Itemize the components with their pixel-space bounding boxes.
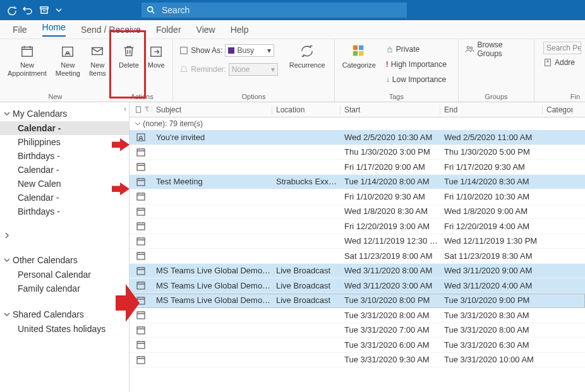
collapse-pane-icon[interactable]: ‹ bbox=[124, 105, 126, 112]
sidebar-item[interactable]: Calendar - bbox=[0, 191, 129, 205]
row-start: Fri 1/17/2020 9:00 AM bbox=[341, 162, 440, 172]
menu-file[interactable]: File bbox=[13, 25, 27, 35]
svg-rect-23 bbox=[137, 193, 145, 200]
recurrence-button[interactable]: Recurrence bbox=[286, 42, 329, 71]
ribbon-group-find-label: Fin bbox=[538, 93, 581, 102]
move-button[interactable]: Move bbox=[144, 42, 169, 71]
navhead-my-calendars[interactable]: My Calendars bbox=[0, 106, 129, 121]
list-row[interactable]: Thu 1/30/2020 3:00 PMThu 1/30/2020 5:00 … bbox=[130, 145, 585, 160]
lock-icon bbox=[386, 45, 394, 53]
row-end: Tue 3/31/2020 10:00 AM bbox=[440, 355, 543, 364]
browse-groups-button[interactable]: Browse Groups bbox=[462, 42, 530, 57]
title-bar bbox=[0, 0, 585, 20]
menu-home[interactable]: Home bbox=[42, 22, 66, 37]
archive-icon[interactable] bbox=[39, 5, 49, 15]
svg-rect-21 bbox=[137, 163, 145, 170]
row-end: Fri 1/10/2020 10:30 AM bbox=[440, 192, 543, 201]
list-row[interactable]: Test MeetingStrabucks Exxa To...Tue 1/14… bbox=[130, 175, 585, 190]
menu-help[interactable]: Help bbox=[231, 25, 249, 35]
list-row[interactable]: You're invitedWed 2/5/2020 10:30 AMWed 2… bbox=[130, 130, 585, 145]
sidebar-item[interactable]: Calendar - bbox=[0, 163, 129, 177]
row-subject: Test Meeting bbox=[152, 177, 272, 186]
row-end: Fri 12/20/2019 4:00 AM bbox=[440, 222, 543, 231]
showas-icon bbox=[179, 46, 188, 55]
private-button[interactable]: Private bbox=[383, 42, 449, 57]
svg-rect-20 bbox=[137, 149, 145, 156]
row-type-icon bbox=[130, 236, 152, 246]
list-row[interactable]: Tue 3/31/2020 9:30 AMTue 3/31/2020 10:00… bbox=[130, 353, 585, 368]
low-importance-button[interactable]: ↓Low Importance bbox=[383, 72, 449, 87]
menu-folder[interactable]: Folder bbox=[156, 25, 181, 35]
sidebar-item[interactable]: Birthdays - bbox=[0, 149, 129, 163]
search-box[interactable] bbox=[142, 3, 407, 18]
list-row[interactable]: MS Teams Live Global Demo Sessio...Live … bbox=[130, 264, 585, 279]
navhead-other-calendars[interactable]: Other Calendars bbox=[0, 252, 129, 268]
svg-rect-12 bbox=[388, 49, 392, 52]
row-start: Wed 3/11/2020 8:00 AM bbox=[341, 266, 440, 275]
ribbon-group-new-label: New bbox=[4, 93, 107, 102]
calendar-people-icon bbox=[61, 43, 75, 59]
sidebar-item[interactable]: Philippines bbox=[0, 135, 129, 149]
row-end: Wed 3/11/2020 9:00 AM bbox=[440, 266, 543, 275]
list-row[interactable]: Wed 1/8/2020 8:30 AMWed 1/8/2020 9:00 AM bbox=[130, 205, 585, 220]
recurrence-icon bbox=[300, 43, 314, 59]
menu-view[interactable]: View bbox=[196, 25, 215, 35]
row-end: Thu 1/30/2020 5:00 PM bbox=[440, 147, 543, 157]
row-location: Strabucks Exxa To... bbox=[272, 177, 341, 186]
sidebar-item[interactable]: Personal Calendar bbox=[0, 268, 129, 282]
svg-rect-10 bbox=[353, 51, 358, 56]
row-end: Tue 3/10/2020 9:00 PM bbox=[440, 295, 543, 305]
row-type-icon bbox=[130, 147, 152, 157]
new-meeting-button[interactable]: New Meeting bbox=[52, 42, 84, 79]
list-row[interactable]: Tue 3/31/2020 7:00 AMTue 3/31/2020 8:00 … bbox=[130, 323, 585, 338]
showas-combo[interactable]: Busy ▾ bbox=[225, 44, 274, 57]
search-people-input[interactable]: Search Pe bbox=[543, 42, 581, 54]
reminder-icon bbox=[179, 65, 188, 74]
list-row[interactable]: Tue 3/31/2020 8:00 AMTue 3/31/2020 8:30 … bbox=[130, 308, 585, 323]
sidebar-item[interactable]: New Calen bbox=[0, 177, 129, 191]
list-row[interactable]: Fri 1/10/2020 9:30 AMFri 1/10/2020 10:30… bbox=[130, 189, 585, 205]
row-location: Live Broadcast bbox=[272, 281, 341, 290]
new-items-button[interactable]: New Items bbox=[85, 42, 110, 79]
list-row[interactable]: Tue 3/31/2020 6:00 AMTue 3/31/2020 6:30 … bbox=[130, 338, 585, 353]
sidebar-item[interactable]: Birthdays - bbox=[0, 205, 129, 218]
svg-rect-33 bbox=[137, 342, 145, 348]
list-row[interactable]: Fri 1/17/2020 9:00 AMFri 1/17/2020 9:30 … bbox=[130, 160, 585, 175]
sync-icon[interactable] bbox=[6, 5, 16, 15]
col-start[interactable]: Start bbox=[341, 105, 440, 114]
col-categories[interactable]: Categori bbox=[543, 105, 573, 114]
list-row[interactable]: Sat 11/23/2019 8:00 AMSat 11/23/2019 8:3… bbox=[130, 249, 585, 264]
row-start: Wed 1/8/2020 8:30 AM bbox=[341, 206, 440, 216]
address-book-button[interactable]: Addre bbox=[543, 56, 581, 71]
group-row[interactable]: (none): 79 item(s) bbox=[130, 117, 585, 130]
svg-point-14 bbox=[471, 47, 473, 49]
navhead-shared-calendars[interactable]: Shared Calendars bbox=[0, 307, 129, 322]
search-input[interactable] bbox=[162, 5, 383, 15]
row-start: Tue 1/14/2020 8:00 AM bbox=[341, 177, 440, 186]
row-subject: You're invited bbox=[152, 133, 272, 142]
list-row[interactable]: Fri 12/20/2019 3:00 AMFri 12/20/2019 4:0… bbox=[130, 219, 585, 234]
sidebar-item[interactable]: Family calendar bbox=[0, 282, 129, 295]
svg-rect-11 bbox=[359, 51, 363, 56]
calendar-icon bbox=[20, 43, 34, 59]
col-location[interactable]: Location bbox=[272, 105, 341, 114]
col-icon[interactable] bbox=[130, 106, 152, 113]
sidebar-item[interactable]: Calendar - bbox=[0, 121, 129, 135]
row-location: Live Broadcast bbox=[272, 295, 341, 305]
high-importance-button[interactable]: !High Importance bbox=[383, 57, 449, 72]
showas-label: Show As: bbox=[191, 46, 222, 55]
navhead-unknown[interactable] bbox=[0, 230, 129, 241]
chevron-down-icon[interactable] bbox=[56, 7, 62, 13]
undo-icon[interactable] bbox=[23, 5, 33, 15]
ribbon: New Appointment New Meeting New Items Ne… bbox=[0, 39, 585, 102]
list-row[interactable]: Wed 12/11/2019 12:30 PMWed 12/11/2019 1:… bbox=[130, 234, 585, 249]
list-row[interactable]: MS Teams Live Global Demo Sessio...Live … bbox=[130, 278, 585, 294]
categorize-button[interactable]: Categorize bbox=[339, 42, 380, 71]
svg-rect-18 bbox=[137, 134, 145, 141]
col-end[interactable]: End bbox=[440, 105, 543, 114]
list-row[interactable]: MS Teams Live Global Demo Sessio...Live … bbox=[130, 294, 585, 309]
sidebar-item[interactable]: United States holidays bbox=[0, 322, 129, 336]
col-subject[interactable]: Subject bbox=[152, 105, 272, 114]
svg-rect-34 bbox=[137, 357, 145, 364]
new-appointment-button[interactable]: New Appointment bbox=[4, 42, 51, 79]
